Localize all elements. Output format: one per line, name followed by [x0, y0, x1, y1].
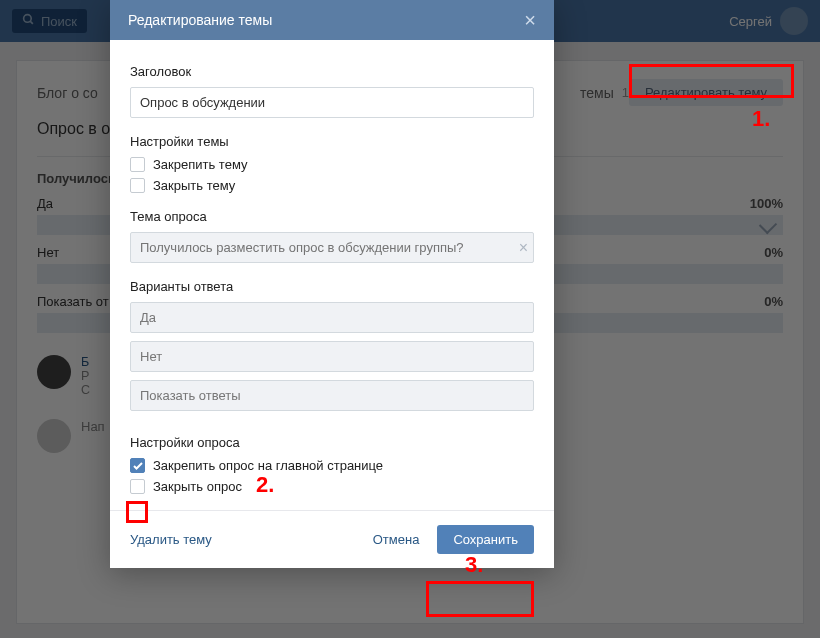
- cancel-button[interactable]: Отмена: [373, 532, 420, 547]
- poll-topic-input[interactable]: [130, 232, 534, 263]
- modal-header: Редактирование темы ×: [110, 0, 554, 40]
- checkbox[interactable]: [130, 157, 145, 172]
- close-topic-label: Закрыть тему: [153, 178, 235, 193]
- pin-topic-row[interactable]: Закрепить тему: [130, 157, 534, 172]
- answer-option-input[interactable]: [130, 302, 534, 333]
- modal-title: Редактирование темы: [128, 12, 272, 28]
- pin-topic-label: Закрепить тему: [153, 157, 248, 172]
- close-topic-row[interactable]: Закрыть тему: [130, 178, 534, 193]
- checkbox-checked[interactable]: [130, 458, 145, 473]
- checkbox[interactable]: [130, 178, 145, 193]
- heading-label: Заголовок: [130, 64, 534, 79]
- pin-poll-label: Закрепить опрос на главной странице: [153, 458, 383, 473]
- save-button[interactable]: Сохранить: [437, 525, 534, 554]
- close-poll-row[interactable]: Закрыть опрос: [130, 479, 534, 494]
- delete-topic-link[interactable]: Удалить тему: [130, 532, 212, 547]
- heading-input[interactable]: [130, 87, 534, 118]
- modal-footer: Удалить тему Отмена Сохранить: [110, 510, 554, 568]
- poll-topic-label: Тема опроса: [130, 209, 534, 224]
- topic-settings-label: Настройки темы: [130, 134, 534, 149]
- answers-label: Варианты ответа: [130, 279, 534, 294]
- close-poll-label: Закрыть опрос: [153, 479, 242, 494]
- poll-settings-label: Настройки опроса: [130, 435, 534, 450]
- answer-option-input[interactable]: [130, 380, 534, 411]
- checkbox[interactable]: [130, 479, 145, 494]
- close-icon[interactable]: ×: [524, 10, 536, 30]
- edit-topic-modal: Редактирование темы × Заголовок Настройк…: [110, 0, 554, 568]
- clear-icon[interactable]: ×: [519, 239, 528, 257]
- answer-option-input[interactable]: [130, 341, 534, 372]
- pin-poll-row[interactable]: Закрепить опрос на главной странице: [130, 458, 534, 473]
